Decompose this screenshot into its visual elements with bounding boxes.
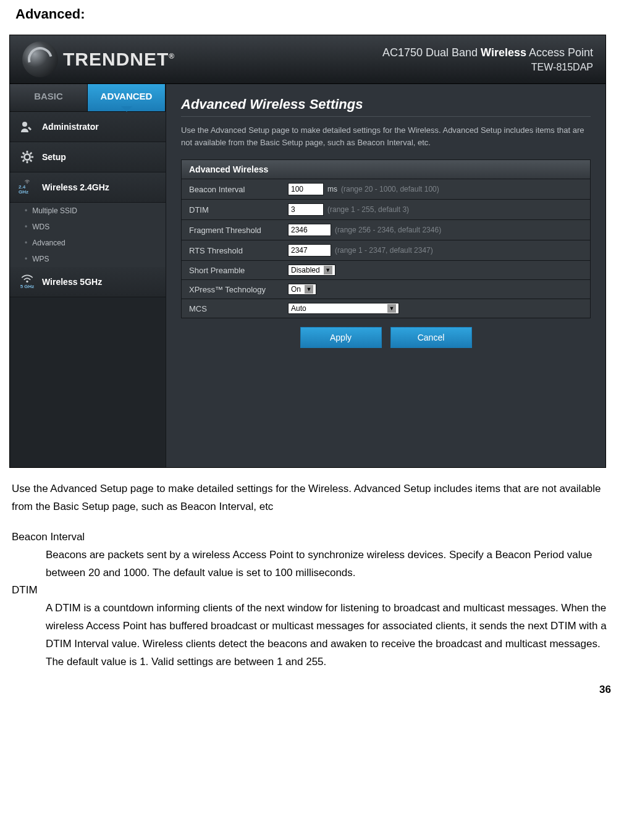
row-label: Beacon Interval bbox=[189, 185, 288, 194]
sidebar-item-wireless24[interactable]: 2.4 GHz Wireless 2.4GHz bbox=[10, 172, 166, 203]
cancel-button[interactable]: Cancel bbox=[390, 327, 472, 348]
svg-line-7 bbox=[30, 160, 32, 162]
product-suffix: Access Point bbox=[526, 46, 593, 59]
apply-button[interactable]: Apply bbox=[300, 327, 382, 348]
settings-box: Advanced Wireless Beacon Interval ms (ra… bbox=[181, 159, 591, 318]
settings-box-title: Advanced Wireless bbox=[182, 160, 590, 179]
band-label-24: 2.4 GHz bbox=[19, 185, 36, 195]
row-dtim: DTIM (range 1 - 255, default 3) bbox=[182, 199, 590, 219]
wifi-5-icon: 5 GHz bbox=[19, 274, 36, 289]
sidebar-item-wireless5[interactable]: 5 GHz Wireless 5GHz bbox=[10, 267, 166, 297]
sidebar-item-setup[interactable]: Setup bbox=[10, 142, 166, 172]
row-mcs: MCS Auto ▼ bbox=[182, 299, 590, 318]
short-preamble-select[interactable]: Disabled ▼ bbox=[288, 265, 335, 276]
select-value: Disabled bbox=[291, 266, 320, 274]
page-title: Advanced Wireless Settings bbox=[181, 96, 591, 117]
page-intro: Use the Advanced Setup page to make deta… bbox=[181, 124, 591, 148]
row-label: RTS Threshold bbox=[189, 246, 288, 255]
doc-term-dtim: DTIM bbox=[12, 582, 612, 600]
gear-icon bbox=[19, 150, 36, 164]
tab-advanced[interactable]: ADVANCED bbox=[88, 84, 166, 111]
sidebar-sub-wps[interactable]: WPS bbox=[10, 251, 166, 267]
sidebar-tabs: BASIC ADVANCED bbox=[10, 84, 166, 112]
rts-hint: (range 1 - 2347, default 2347) bbox=[335, 246, 433, 255]
row-xpress-technology: XPress™ Technology On ▼ bbox=[182, 279, 590, 299]
svg-line-8 bbox=[30, 153, 32, 155]
rts-threshold-input[interactable] bbox=[288, 244, 331, 257]
chevron-down-icon: ▼ bbox=[387, 304, 396, 313]
product-prefix: AC1750 Dual Band bbox=[382, 46, 478, 59]
row-label: Short Preamble bbox=[189, 266, 288, 275]
band-label-5: 5 GHz bbox=[20, 284, 35, 289]
svg-point-0 bbox=[22, 122, 27, 127]
svg-point-10 bbox=[27, 182, 28, 184]
sidebar-item-label: Setup bbox=[42, 152, 66, 162]
svg-line-9 bbox=[23, 160, 25, 162]
fragment-hint: (range 256 - 2346, default 2346) bbox=[335, 226, 441, 234]
logo-text-label: TRENDNET bbox=[63, 49, 169, 69]
sidebar-item-label: Administrator bbox=[42, 122, 99, 132]
beacon-hint: (range 20 - 1000, default 100) bbox=[341, 185, 439, 193]
select-value: Auto bbox=[291, 304, 306, 313]
button-row: Apply Cancel bbox=[181, 327, 591, 348]
header-right: AC1750 Dual Band Wireless Access Point T… bbox=[382, 46, 593, 73]
svg-line-6 bbox=[23, 153, 25, 155]
dtim-hint: (range 1 - 255, default 3) bbox=[327, 205, 409, 214]
logo-swirl-icon bbox=[22, 41, 58, 77]
row-label: MCS bbox=[189, 304, 288, 313]
svg-point-1 bbox=[24, 154, 30, 159]
router-screenshot: TRENDNET® AC1750 Dual Band Wireless Acce… bbox=[9, 35, 606, 468]
xpress-select[interactable]: On ▼ bbox=[288, 284, 316, 295]
main-panel: Advanced Wireless Settings Use the Advan… bbox=[166, 84, 605, 467]
product-line: AC1750 Dual Band Wireless Access Point bbox=[382, 46, 593, 59]
row-short-preamble: Short Preamble Disabled ▼ bbox=[182, 260, 590, 279]
wifi-24-icon: 2.4 GHz bbox=[19, 180, 36, 195]
svg-point-11 bbox=[26, 281, 28, 283]
doc-intro: Use the Advanced Setup page to make deta… bbox=[12, 480, 612, 516]
sidebar-item-label: Wireless 5GHz bbox=[42, 277, 102, 287]
select-value: On bbox=[291, 285, 301, 294]
doc-term-beacon: Beacon Interval bbox=[12, 528, 612, 546]
section-title: Advanced: bbox=[15, 6, 615, 22]
row-label: XPress™ Technology bbox=[189, 285, 288, 294]
sidebar-submenu-wireless24: Multiple SSID WDS Advanced WPS bbox=[10, 203, 166, 267]
row-rts-threshold: RTS Threshold (range 1 - 2347, default 2… bbox=[182, 240, 590, 260]
registered-icon: ® bbox=[169, 52, 175, 61]
sidebar-item-label: Wireless 2.4GHz bbox=[42, 182, 109, 192]
product-model: TEW-815DAP bbox=[382, 62, 593, 73]
doc-def-dtim: A DTIM is a countdown informing clients … bbox=[46, 600, 612, 671]
mcs-select[interactable]: Auto ▼ bbox=[288, 303, 399, 314]
doc-def-beacon: Beacons are packets sent by a wireless A… bbox=[46, 546, 612, 582]
product-wireless: Wireless bbox=[481, 46, 526, 59]
administrator-icon bbox=[19, 119, 36, 134]
row-beacon-interval: Beacon Interval ms (range 20 - 1000, def… bbox=[182, 179, 590, 199]
sidebar: BASIC ADVANCED Administrator Setup 2.4 G… bbox=[10, 84, 166, 467]
chevron-down-icon: ▼ bbox=[324, 266, 332, 274]
row-fragment-threshold: Fragment Threshold (range 256 - 2346, de… bbox=[182, 219, 590, 240]
logo-block: TRENDNET® bbox=[22, 41, 175, 77]
router-body: BASIC ADVANCED Administrator Setup 2.4 G… bbox=[10, 84, 605, 467]
beacon-unit: ms bbox=[327, 185, 337, 193]
page-number: 36 bbox=[13, 684, 611, 696]
sidebar-sub-advanced[interactable]: Advanced bbox=[10, 235, 166, 251]
sidebar-item-administrator[interactable]: Administrator bbox=[10, 112, 166, 142]
doc-body: Use the Advanced Setup page to make deta… bbox=[12, 480, 612, 671]
chevron-down-icon: ▼ bbox=[305, 285, 313, 294]
fragment-threshold-input[interactable] bbox=[288, 224, 331, 236]
tab-basic[interactable]: BASIC bbox=[10, 84, 88, 111]
row-label: Fragment Threshold bbox=[189, 226, 288, 235]
logo-text: TRENDNET® bbox=[63, 49, 175, 70]
beacon-interval-input[interactable] bbox=[288, 183, 324, 195]
sidebar-sub-wds[interactable]: WDS bbox=[10, 219, 166, 235]
dtim-input[interactable] bbox=[288, 203, 324, 216]
sidebar-sub-multiple-ssid[interactable]: Multiple SSID bbox=[10, 203, 166, 219]
router-header: TRENDNET® AC1750 Dual Band Wireless Acce… bbox=[10, 35, 605, 84]
row-label: DTIM bbox=[189, 205, 288, 214]
